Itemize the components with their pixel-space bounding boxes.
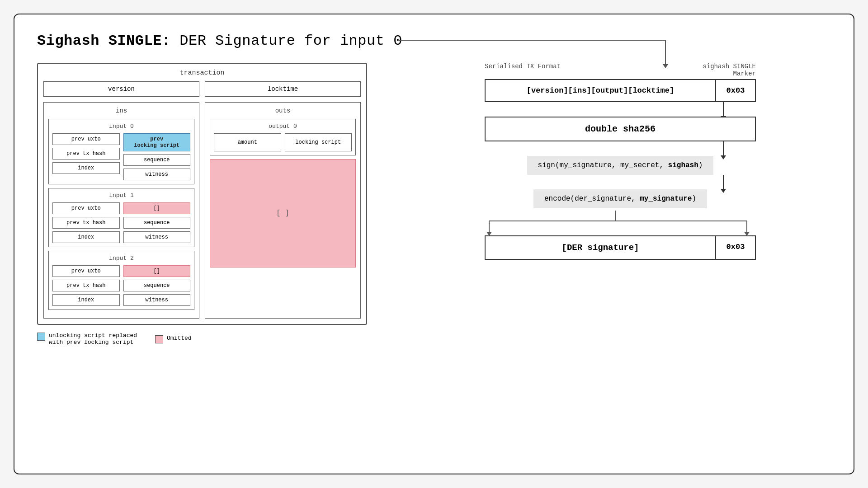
sighash-marker-label: sighash SINGLEMarker [703,63,756,77]
sign-box: sign(my_signature, my_secret, sighash) [527,156,714,175]
input0-section: input 0 prev uxto prev tx hash index pre… [48,119,194,184]
witness-0: witness [123,169,191,180]
prev-tx-hash-2: prev tx hash [52,280,120,291]
ins-col: ins input 0 prev uxto prev tx hash index [43,102,199,319]
connector-svg [231,36,706,67]
main-container: Sighash SINGLE: DER Signature for input … [14,14,854,474]
witness-2: witness [123,294,191,306]
double-sha256-box: double sha256 [485,117,756,141]
encode-wrapper: encode(der_signature, my_signature) [485,189,756,208]
input1-right: [] sequence witness [123,202,191,243]
tx-columns: ins input 0 prev uxto prev tx hash index [43,102,361,319]
sequence-1: sequence [123,217,191,229]
my-signature-bold: my_signature [640,195,692,203]
input2-inner: prev uxto prev tx hash index [] sequence… [52,265,190,306]
locktime-field: locktime [205,81,361,97]
double-sha256-wrapper: double sha256 [485,117,756,141]
input2-section: input 2 prev uxto prev tx hash index [] … [48,251,194,310]
svg-marker-9 [744,232,750,235]
prev-uxto-0: prev uxto [52,133,120,145]
index-0: index [52,162,120,174]
index-1: index [52,231,120,243]
sign-wrapper: sign(my_signature, my_secret, sighash) [485,156,756,175]
output0-section: output 0 amount locking script [210,119,356,155]
transaction-label: transaction [43,69,361,77]
empty-bracket-2: [] [123,265,191,277]
sequence-2: sequence [123,280,191,291]
input2-right: [] sequence witness [123,265,191,306]
input0-right: prevlocking script sequence witness [123,133,191,180]
blue-swatch [37,333,45,341]
locking-script-field: locking script [285,133,352,151]
arrow1 [616,102,831,117]
prev-tx-hash-1: prev tx hash [52,217,120,229]
amount-field: amount [214,133,281,151]
tx-diagram: transaction version locktime ins input 0 [37,63,367,346]
pink-legend-text: Omitted [167,335,192,342]
ins-label: ins [48,107,194,114]
input1-section: input 1 prev uxto prev tx hash index [] … [48,188,194,247]
format-tag-box: 0x03 [715,79,756,102]
prev-locking-script-0: prevlocking script [123,133,191,151]
arrow2-container [616,141,831,156]
der-content-box: [DER signature] [485,235,715,260]
input0-left: prev uxto prev tx hash index [52,133,120,180]
prev-tx-hash-0: prev tx hash [52,148,120,160]
der-row: [DER signature] 0x03 [485,235,756,260]
output0-inner: amount locking script [214,133,352,151]
content-area: transaction version locktime ins input 0 [37,63,831,346]
empty-bracket-1: [] [123,202,191,214]
format-row: [version][ins][output][locktime] 0x03 [485,79,756,102]
transaction-box: transaction version locktime ins input 0 [37,63,367,325]
arrow3 [616,175,831,189]
input1-label: input 1 [52,192,190,199]
witness-1: witness [123,231,191,243]
svg-marker-6 [486,232,492,235]
index-2: index [52,294,120,306]
version-field: version [43,81,199,97]
output0-label: output 0 [214,123,352,130]
outs-col: outs output 0 amount locking script [ ] [205,102,361,319]
input2-label: input 2 [52,255,190,262]
legend-pink: Omitted [155,335,192,343]
input0-label: input 0 [52,123,190,130]
prev-uxto-2: prev uxto [52,265,120,277]
result-connector-svg [485,208,756,235]
input1-inner: prev uxto prev tx hash index [] sequence… [52,202,190,243]
blue-legend-text: unlocking script replacedwith prev locki… [49,332,137,346]
legend: unlocking script replacedwith prev locki… [37,332,367,346]
flow-diagram: Serialised TX Format sighash SINGLEMarke… [394,63,831,260]
encode-box: encode(der_signature, my_signature) [533,189,707,208]
format-content-box: [version][ins][output][locktime] [485,79,715,102]
title-bold: Sighash SINGLE: [37,33,171,49]
sighash-bold: sighash [668,161,698,169]
omit-bracket: [ ] [276,209,289,217]
der-tag-box: 0x03 [715,235,756,260]
pink-swatch [155,335,163,343]
prev-uxto-1: prev uxto [52,202,120,214]
outs-label: outs [210,107,356,114]
input2-left: prev uxto prev tx hash index [52,265,120,306]
tx-top-row: version locktime [43,81,361,97]
input0-inner: prev uxto prev tx hash index prevlocking… [52,133,190,180]
input1-left: prev uxto prev tx hash index [52,202,120,243]
output-omit-block: [ ] [210,159,356,267]
sequence-0: sequence [123,154,191,166]
legend-blue: unlocking script replacedwith prev locki… [37,332,137,346]
